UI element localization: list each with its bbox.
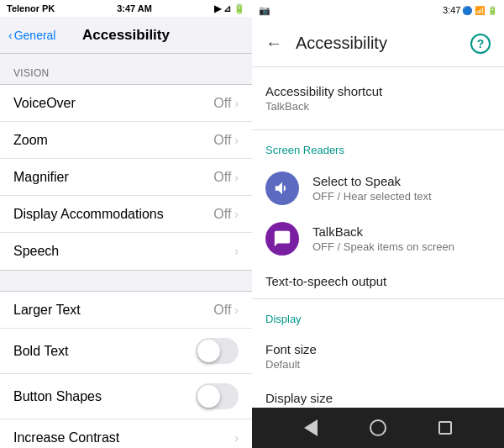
back-triangle-icon xyxy=(304,419,318,436)
ios-page-title: Accessibility xyxy=(82,27,170,44)
android-screen-readers-header: Screen readers xyxy=(252,130,504,163)
help-icon: ? xyxy=(477,37,485,50)
chevron-right-icon: › xyxy=(234,134,239,147)
android-display-header: Display xyxy=(252,299,504,332)
android-left-icons: 📷 xyxy=(259,5,270,16)
android-status-bar: 📷 3:47 🔵 📶 🔋 xyxy=(252,0,504,20)
android-bottom-nav xyxy=(252,408,504,448)
ios-status-bar: Telenor PK 3:47 AM ▶ ⊿ 🔋 xyxy=(0,0,252,17)
chevron-right-icon: › xyxy=(234,245,239,258)
list-item[interactable]: Display Accommodations Off › xyxy=(0,196,252,233)
shortcut-subtitle: TalkBack xyxy=(265,100,491,113)
ios-section-vision: Vision xyxy=(0,54,252,84)
talkback-status: OFF / Speak items on screen xyxy=(312,240,491,253)
bold-text-label: Bold Text xyxy=(13,344,69,359)
android-right-icons: 3:47 🔵 📶 🔋 xyxy=(443,5,497,15)
android-time: 3:47 xyxy=(443,5,460,15)
tts-label: Text-to-speech output xyxy=(265,274,491,288)
font-size-label: Font size xyxy=(265,342,491,356)
ios-back-chevron: ‹ xyxy=(8,29,13,42)
chevron-right-icon: › xyxy=(234,431,239,445)
select-to-speak-label: Select to Speak xyxy=(312,174,491,188)
select-to-speak-icon xyxy=(265,171,299,205)
list-item[interactable]: Accessibility shortcut TalkBack xyxy=(252,74,504,123)
list-item[interactable]: VoiceOver Off › xyxy=(0,85,252,122)
list-item[interactable]: Magnifier Off › xyxy=(0,159,252,196)
android-help-button[interactable]: ? xyxy=(470,34,491,54)
speech-label: Speech xyxy=(13,244,59,259)
font-size-value: Default xyxy=(265,358,491,371)
talkback-label: TalkBack xyxy=(312,224,491,239)
larger-text-value: Off xyxy=(213,303,231,318)
display-size-label: Display size xyxy=(265,391,491,405)
button-shapes-toggle[interactable] xyxy=(196,383,239,409)
button-shapes-label: Button Shapes xyxy=(13,389,102,404)
display-accomm-label: Display Accommodations xyxy=(13,207,164,222)
ios-panel: Telenor PK 3:47 AM ▶ ⊿ 🔋 ‹ General Acces… xyxy=(0,0,252,448)
ios-time: 3:47 AM xyxy=(117,3,152,13)
home-circle-icon xyxy=(370,419,386,436)
ios-content: Vision VoiceOver Off › Zoom Off › Magnif… xyxy=(0,54,252,448)
list-item[interactable]: Text-to-speech output xyxy=(252,264,504,298)
chevron-right-icon: › xyxy=(234,171,239,184)
chevron-right-icon: › xyxy=(234,208,239,221)
list-item[interactable]: Larger Text Off › xyxy=(0,292,252,329)
recent-square-icon xyxy=(438,421,452,435)
list-item[interactable]: Font size Default xyxy=(252,332,504,381)
list-item[interactable]: Button Shapes xyxy=(0,374,252,419)
select-to-speak-status: OFF / Hear selected text xyxy=(312,190,491,203)
voiceover-label: VoiceOver xyxy=(13,96,76,111)
toggle-thumb xyxy=(197,385,220,408)
talkback-icon xyxy=(265,222,299,256)
magnifier-value: Off xyxy=(213,170,231,185)
voiceover-value: Off xyxy=(213,96,231,111)
toggle-thumb xyxy=(197,340,220,362)
larger-text-label: Larger Text xyxy=(13,303,81,318)
display-accomm-value: Off xyxy=(213,207,231,222)
android-back-button[interactable]: ← xyxy=(265,34,282,53)
zoom-value: Off xyxy=(213,133,231,148)
android-page-title: Accessibility xyxy=(296,34,457,53)
increase-contrast-label: Increase Contrast xyxy=(13,430,119,445)
android-panel: 📷 3:47 🔵 📶 🔋 ← Accessibility ? Accessibi… xyxy=(252,0,504,448)
magnifier-label: Magnifier xyxy=(13,170,69,185)
android-recent-button[interactable] xyxy=(433,415,458,440)
android-back-nav-button[interactable] xyxy=(298,415,323,440)
list-item[interactable]: TalkBack OFF / Speak items on screen xyxy=(252,213,504,264)
ios-carrier: Telenor PK xyxy=(7,3,55,13)
list-item[interactable]: Select to Speak OFF / Hear selected text xyxy=(252,163,504,213)
ios-back-button[interactable]: ‹ General xyxy=(7,29,55,42)
shortcut-title: Accessibility shortcut xyxy=(265,84,491,98)
android-nav-bar: ← Accessibility ? xyxy=(252,20,504,67)
android-home-button[interactable] xyxy=(365,415,391,440)
list-item[interactable]: Zoom Off › xyxy=(0,122,252,159)
list-item[interactable]: Bold Text xyxy=(0,329,252,374)
bold-text-toggle[interactable] xyxy=(196,338,239,364)
list-item[interactable]: Increase Contrast › xyxy=(0,419,252,448)
android-shortcut-section: Accessibility shortcut TalkBack xyxy=(252,67,504,129)
ios-display-group: Larger Text Off › Bold Text Button Shape… xyxy=(0,291,252,448)
ios-vision-group: VoiceOver Off › Zoom Off › Magnifier Off… xyxy=(0,84,252,271)
list-item[interactable]: Display size Default xyxy=(252,381,504,408)
ios-nav-bar: ‹ General Accessibility xyxy=(0,17,252,54)
chevron-right-icon: › xyxy=(234,97,239,110)
chevron-right-icon: › xyxy=(234,303,239,317)
ios-back-label: General xyxy=(14,29,56,42)
list-item[interactable]: Speech › xyxy=(0,233,252,270)
ios-battery-icons: ▶ ⊿ 🔋 xyxy=(214,3,245,14)
zoom-label: Zoom xyxy=(13,133,48,148)
android-content: Accessibility shortcut TalkBack Screen r… xyxy=(252,67,504,408)
